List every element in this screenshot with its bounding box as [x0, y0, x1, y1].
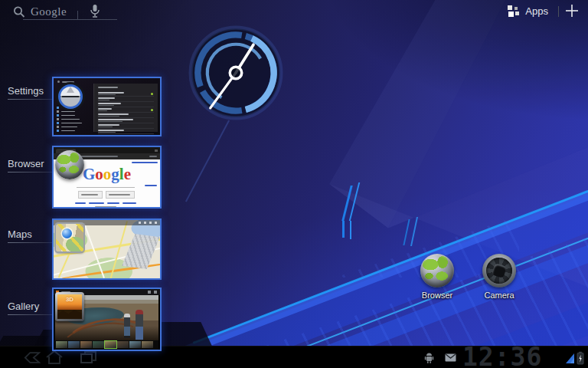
settings-list-item — [57, 129, 90, 133]
status-cluster[interactable]: 12:36 — [420, 347, 588, 368]
filmstrip-thumb — [56, 341, 67, 348]
logo-letter: G — [83, 165, 95, 183]
back-icon[interactable] — [24, 350, 41, 365]
filmstrip-thumb — [68, 341, 80, 348]
battery-charging-icon — [577, 351, 584, 365]
settings-rows — [98, 91, 154, 130]
clock-center — [230, 67, 242, 79]
settings-row — [98, 113, 154, 118]
desktop-icon-label: Camera — [469, 291, 530, 300]
mic-icon[interactable] — [89, 4, 101, 20]
globe-icon — [420, 254, 454, 288]
topbar-divider — [558, 6, 559, 17]
filmstrip-thumb — [93, 341, 104, 348]
recent-thumb-browser[interactable]: Google — [52, 146, 162, 209]
camera-lens-icon — [482, 254, 516, 288]
recent-thumb-settings[interactable] — [52, 77, 162, 136]
desktop-icon-browser[interactable]: Browser — [407, 254, 468, 300]
photo-person-short — [124, 314, 130, 338]
settings-app-icon — [56, 82, 85, 111]
apps-grid-icon — [508, 5, 520, 17]
recent-thumb-maps[interactable] — [52, 219, 162, 280]
filmstrip-thumb — [105, 341, 116, 348]
search-icon — [12, 5, 26, 19]
desktop-icon-camera[interactable]: Camera — [469, 254, 530, 300]
filmstrip-thumb — [142, 341, 153, 348]
plus-icon[interactable] — [565, 4, 579, 18]
logo-letter: o — [95, 165, 103, 183]
gallery-filmstrip — [55, 340, 158, 350]
desktop-icon-label: Browser — [407, 291, 468, 300]
search-underline — [23, 19, 77, 20]
gallery-app-icon: 3D — [55, 292, 84, 321]
logo-letter: g — [111, 165, 119, 183]
filmstrip-thumb — [129, 341, 141, 348]
recent-thumb-gallery[interactable]: 3D — [52, 288, 162, 351]
settings-row — [98, 102, 154, 107]
signal-icon — [565, 353, 575, 364]
honeycomb-home-screen: Google Apps — [0, 0, 588, 368]
recents-icon[interactable] — [79, 350, 99, 366]
filmstrip-thumb — [80, 341, 92, 348]
apps-button-label: Apps — [525, 5, 548, 17]
photo-person-tall — [136, 310, 143, 341]
settings-row — [98, 118, 154, 123]
settings-row — [98, 91, 154, 97]
android-robot-icon — [424, 352, 434, 363]
email-icon — [445, 353, 456, 362]
browser-app-icon — [55, 150, 84, 179]
home-icon[interactable] — [44, 350, 64, 366]
filmstrip-thumb — [117, 341, 129, 348]
logo-letter: e — [124, 165, 131, 183]
settings-row — [98, 107, 154, 113]
search-widget-label: Google — [31, 5, 67, 18]
settings-row — [98, 129, 154, 134]
google-search-widget[interactable]: Google — [9, 3, 120, 21]
system-clock: 12:36 — [462, 347, 542, 368]
settings-row — [98, 97, 154, 102]
apps-button[interactable]: Apps — [508, 5, 548, 17]
maps-app-icon — [56, 224, 83, 251]
settings-row — [98, 123, 154, 129]
analog-clock-widget[interactable] — [188, 25, 283, 120]
logo-letter: o — [103, 165, 112, 183]
